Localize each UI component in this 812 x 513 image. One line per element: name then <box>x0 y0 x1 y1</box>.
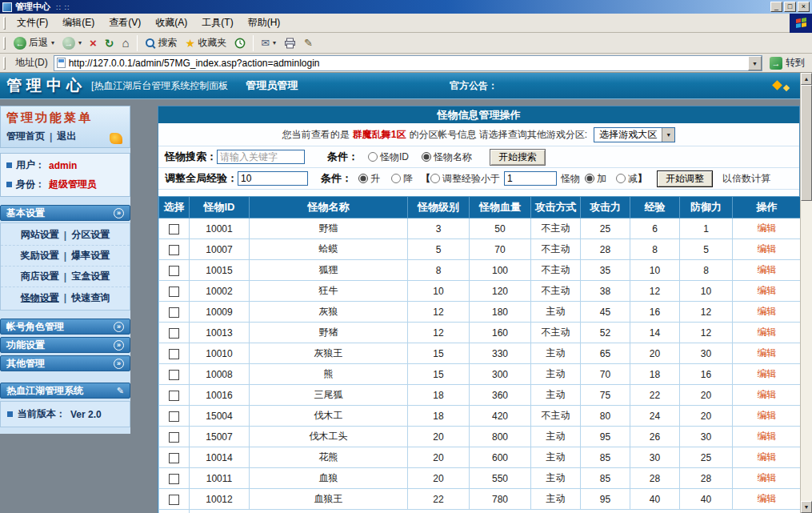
row-select-checkbox[interactable] <box>169 328 179 339</box>
back-button[interactable]: ← 后退 ▾ <box>10 34 58 51</box>
favorites-button[interactable]: ★ 收藏夹 <box>182 34 231 51</box>
scrollbar-track[interactable] <box>801 201 812 501</box>
edit-link[interactable]: 编辑 <box>758 347 777 359</box>
sidebar-link-droprate-settings[interactable]: 爆率设置 <box>71 249 110 263</box>
scroll-down-button[interactable]: ▼ <box>801 501 812 513</box>
admin-home-link[interactable]: 管理首页 <box>6 130 45 143</box>
forward-dropdown-caret[interactable]: ▾ <box>78 39 82 46</box>
start-adjust-button[interactable]: 开始调整 <box>657 170 713 187</box>
back-dropdown-caret[interactable]: ▾ <box>51 39 54 46</box>
edit-link[interactable]: 编辑 <box>758 306 777 317</box>
edit-link[interactable]: 编辑 <box>758 451 777 463</box>
edit-link[interactable]: 编辑 <box>758 410 777 421</box>
start-search-button[interactable]: 开始搜索 <box>490 149 546 166</box>
zone-select[interactable]: 选择游戏大区 ▼ <box>594 127 675 142</box>
row-select-checkbox[interactable] <box>169 370 179 380</box>
row-select-checkbox[interactable] <box>169 474 179 484</box>
radio-exp-down[interactable]: 降 <box>391 172 413 186</box>
menu-view[interactable]: 查看(V) <box>102 14 148 32</box>
radio-exp-less-than[interactable]: 调整经验小于 <box>430 172 500 186</box>
sidebar-link-quick-query[interactable]: 快速查询 <box>71 291 110 305</box>
menu-edit[interactable]: 编辑(E) <box>55 14 102 32</box>
search-toolbar-button[interactable]: 搜索 <box>141 34 182 51</box>
scroll-up-button[interactable]: ▲ <box>801 73 812 85</box>
edit-link[interactable]: 编辑 <box>758 222 777 234</box>
edit-link[interactable]: 编辑 <box>758 493 777 504</box>
sidebar-link-reward-settings[interactable]: 奖励设置 <box>21 249 59 263</box>
radio-monster-name[interactable]: 怪物名称 <box>422 150 472 164</box>
menu-help[interactable]: 帮助(H) <box>241 14 288 32</box>
edit-link[interactable]: 编辑 <box>758 264 777 275</box>
edit-link[interactable]: 编辑 <box>758 285 777 296</box>
exp-add-radio[interactable] <box>585 174 594 183</box>
vertical-scrollbar[interactable]: ▲ ▼ <box>800 73 812 513</box>
menu-file[interactable]: 文件(F) <box>10 14 55 32</box>
row-select-checkbox[interactable] <box>169 432 179 443</box>
scrollbar-thumb[interactable] <box>801 85 812 201</box>
row-select-checkbox[interactable] <box>169 349 179 359</box>
edit-page-button[interactable]: ✎ <box>300 35 317 50</box>
forward-button[interactable]: → ▾ <box>58 35 86 51</box>
monster-id-radio[interactable] <box>368 152 378 162</box>
menu-tools[interactable]: 工具(T) <box>194 14 240 32</box>
section-account-role[interactable]: 帐号角色管理 » <box>0 319 130 335</box>
edit-link[interactable]: 编辑 <box>758 243 777 254</box>
keyword-input[interactable] <box>217 150 305 164</box>
row-select-checkbox[interactable] <box>169 266 179 276</box>
section-other-management[interactable]: 其他管理 » <box>0 355 130 371</box>
menu-favorites[interactable]: 收藏(A) <box>148 14 194 32</box>
row-select-checkbox[interactable] <box>169 411 179 422</box>
toolbar-grip[interactable] <box>3 37 6 50</box>
menubar-grip[interactable] <box>3 17 6 30</box>
edit-link[interactable]: 编辑 <box>758 472 777 483</box>
exp-sub-radio[interactable] <box>616 174 626 183</box>
address-dropdown-button[interactable]: ▼ <box>748 56 762 70</box>
exp-down-radio[interactable] <box>391 174 401 183</box>
row-select-checkbox[interactable] <box>169 245 179 255</box>
admin-manage-link[interactable]: 管理员管理 <box>246 78 298 93</box>
close-button[interactable]: × <box>798 2 810 12</box>
stop-button[interactable]: × <box>86 36 101 50</box>
row-select-checkbox[interactable] <box>169 391 179 401</box>
row-select-checkbox[interactable] <box>169 307 179 318</box>
addressbar-grip[interactable] <box>3 57 6 70</box>
logout-link[interactable]: 退出 <box>57 130 76 143</box>
address-input[interactable] <box>69 58 748 69</box>
row-select-checkbox[interactable] <box>169 453 179 463</box>
exp-threshold-input[interactable] <box>504 171 557 186</box>
exp-up-radio[interactable] <box>358 174 368 183</box>
mail-button[interactable]: ✉ ▾ <box>257 35 280 50</box>
section-system[interactable]: 热血江湖管理系统 ✎ <box>0 383 130 399</box>
go-button[interactable]: → 转到 <box>766 56 809 70</box>
radio-exp-sub[interactable]: 减 <box>616 172 638 186</box>
select-dropdown-arrow[interactable]: ▼ <box>662 128 674 142</box>
sidebar-link-site-settings[interactable]: 网站设置 <box>21 228 59 242</box>
row-select-checkbox[interactable] <box>169 287 179 297</box>
exp-multiplier-input[interactable] <box>238 171 308 186</box>
history-button[interactable] <box>230 36 250 50</box>
radio-exp-add[interactable]: 加 <box>585 172 606 186</box>
row-select-checkbox[interactable] <box>169 224 179 234</box>
radio-exp-up[interactable]: 升 <box>358 172 380 186</box>
radio-monster-id[interactable]: 怪物ID <box>368 150 409 164</box>
edit-link[interactable]: 编辑 <box>758 327 777 338</box>
maximize-button[interactable]: □ <box>784 2 796 12</box>
edit-link[interactable]: 编辑 <box>758 389 777 400</box>
section-function-settings[interactable]: 功能设置 » <box>0 337 130 353</box>
refresh-button[interactable]: ↻ <box>101 35 118 51</box>
edit-link[interactable]: 编辑 <box>758 368 777 379</box>
row-select-checkbox[interactable] <box>169 495 179 505</box>
cell-action: 编辑 <box>733 489 801 510</box>
sidebar-link-zone-settings[interactable]: 分区设置 <box>71 228 110 242</box>
edit-link[interactable]: 编辑 <box>758 431 777 442</box>
sidebar-link-treasure-settings[interactable]: 宝盒设置 <box>71 270 110 283</box>
mail-dropdown-caret[interactable]: ▾ <box>273 39 276 46</box>
sidebar-link-shop-settings[interactable]: 商店设置 <box>21 270 59 283</box>
print-button[interactable] <box>280 36 300 50</box>
exp-less-than-radio[interactable] <box>430 174 440 183</box>
home-button[interactable]: ⌂ <box>118 34 134 51</box>
sidebar-link-monster-settings[interactable]: 怪物设置 <box>21 291 59 305</box>
minimize-button[interactable]: _ <box>770 2 782 12</box>
monster-name-radio[interactable] <box>422 152 431 162</box>
section-basic-settings[interactable]: 基本设置 » <box>0 205 130 221</box>
